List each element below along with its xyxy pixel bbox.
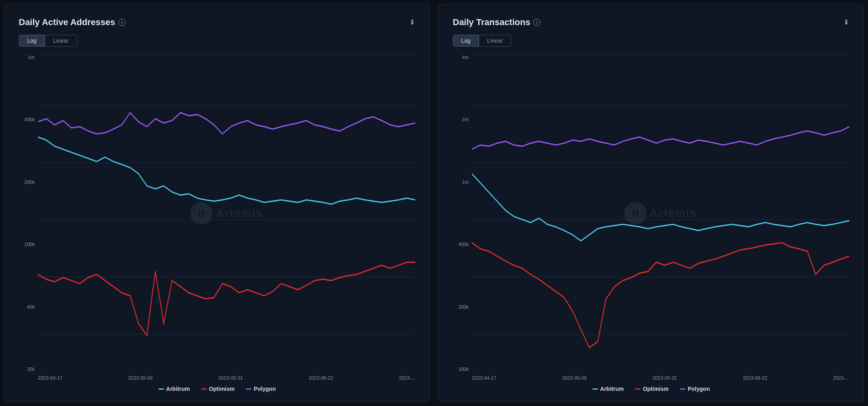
legend-optimism-2: Optimism (635, 386, 669, 392)
y-axis-2: 4m 2m 1m 400k 200k 100k (453, 55, 472, 372)
legend-polygon-2: Polygon (680, 386, 710, 392)
optimism-line-1 (38, 262, 415, 335)
x-label: 2023-05-31 (653, 375, 677, 381)
legend-label-optimism-1: Optimism (209, 386, 235, 392)
log-toggle-1[interactable]: Log (19, 35, 45, 47)
download-icon-1[interactable]: ⬇ (409, 18, 415, 27)
x-label: 2023-... (399, 375, 415, 381)
legend-polygon-1: Polygon (246, 386, 276, 392)
info-icon-1[interactable]: i (118, 19, 126, 26)
y-label-400k: 400k (24, 117, 35, 122)
y-label-2m: 2m (462, 117, 469, 122)
legend-dot-optimism-2 (635, 388, 641, 390)
x-label: 2023-06-22 (309, 375, 333, 381)
title-text-2: Daily Transactions (453, 17, 530, 28)
info-icon-2[interactable]: i (533, 19, 541, 26)
y-label-4m: 4m (462, 55, 469, 60)
chart-svg-2 (472, 55, 849, 372)
download-icon-2[interactable]: ⬇ (843, 18, 849, 27)
chart-content-1: H Artemis (38, 55, 415, 372)
panel-title-1: Daily Active Addresses i (19, 17, 126, 28)
y-label-1m: 1m (28, 55, 35, 60)
legend-label-arbitrum-2: Arbitrum (600, 386, 624, 392)
optimism-line-2 (472, 242, 849, 347)
polygon-line-1 (38, 112, 415, 134)
daily-transactions-panel: Daily Transactions i ⬇ Log Linear 4m 2m … (438, 4, 864, 402)
legend-2: Arbitrum Optimism Polygon (453, 381, 849, 392)
legend-arbitrum-2: Arbitrum (592, 386, 624, 392)
legend-arbitrum-1: Arbitrum (158, 386, 190, 392)
x-label: 2023-06-22 (743, 375, 767, 381)
legend-label-polygon-2: Polygon (688, 386, 710, 392)
legend-dot-arbitrum-2 (592, 388, 598, 390)
y-label-400k: 400k (458, 242, 469, 247)
legend-dot-optimism-1 (201, 388, 207, 390)
x-axis-2: 2023-04-17 2023-05-09 2023-05-31 2023-06… (453, 372, 849, 381)
x-label: 2023-05-31 (219, 375, 243, 381)
y-label-200k: 200k (458, 304, 469, 310)
linear-toggle-1[interactable]: Linear (45, 35, 77, 47)
legend-dot-polygon-1 (246, 388, 251, 390)
toggle-group-2: Log Linear (453, 35, 849, 47)
x-label: 2023-05-09 (562, 375, 586, 381)
legend-label-arbitrum-1: Arbitrum (166, 386, 190, 392)
x-label: 2023-... (833, 375, 849, 381)
x-label: 2023-04-17 (38, 375, 62, 381)
legend-dot-polygon-2 (680, 388, 685, 390)
daily-active-addresses-panel: Daily Active Addresses i ⬇ Log Linear 1m… (4, 4, 430, 402)
arbitrum-line-2 (472, 174, 849, 241)
y-label-20k: 20k (27, 367, 35, 372)
y-label-100k: 100k (24, 242, 35, 247)
log-toggle-2[interactable]: Log (453, 35, 479, 47)
y-axis-1: 1m 400k 200k 100k 40k 20k (19, 55, 38, 372)
legend-label-optimism-2: Optimism (643, 386, 669, 392)
chart-svg-1 (38, 55, 415, 372)
panel-header-2: Daily Transactions i ⬇ (453, 17, 849, 28)
legend-label-polygon-1: Polygon (254, 386, 276, 392)
title-text-1: Daily Active Addresses (19, 17, 115, 28)
x-axis-1: 2023-04-17 2023-05-09 2023-05-31 2023-06… (19, 372, 415, 381)
y-label-40k: 40k (27, 304, 35, 310)
y-label-100k: 100k (458, 367, 469, 372)
y-label-1m: 1m (462, 179, 469, 185)
panel-header-1: Daily Active Addresses i ⬇ (19, 17, 415, 28)
chart-area-1: 1m 400k 200k 100k 40k 20k H Artemis (19, 55, 415, 372)
arbitrum-line-1 (38, 137, 415, 204)
x-label: 2023-04-17 (472, 375, 496, 381)
legend-1: Arbitrum Optimism Polygon (19, 381, 415, 392)
y-label-200k: 200k (24, 179, 35, 185)
chart-content-2: H Artemis (472, 55, 849, 372)
polygon-line-2 (472, 127, 849, 150)
chart-area-2: 4m 2m 1m 400k 200k 100k H Artemis (453, 55, 849, 372)
toggle-group-1: Log Linear (19, 35, 415, 47)
panel-title-2: Daily Transactions i (453, 17, 541, 28)
legend-dot-arbitrum-1 (158, 388, 164, 390)
x-label: 2023-05-09 (128, 375, 152, 381)
legend-optimism-1: Optimism (201, 386, 235, 392)
linear-toggle-2[interactable]: Linear (479, 35, 511, 47)
